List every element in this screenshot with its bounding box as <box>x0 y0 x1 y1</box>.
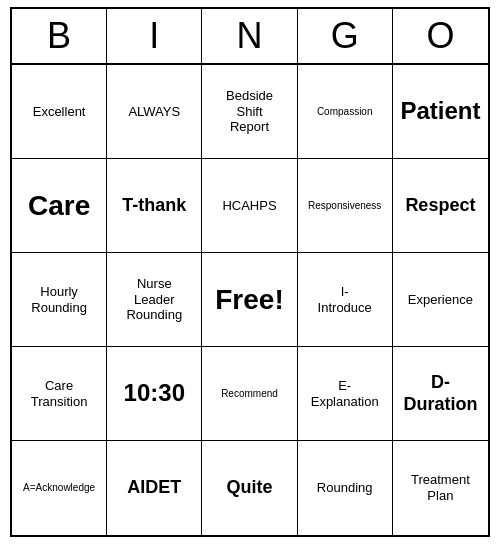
bingo-cell: Experience <box>393 253 488 347</box>
bingo-cell: Hourly Rounding <box>12 253 107 347</box>
cell-text: Care Transition <box>31 378 88 409</box>
bingo-cell: Treatment Plan <box>393 441 488 535</box>
header-letter: G <box>298 9 393 63</box>
bingo-cell: Excellent <box>12 65 107 159</box>
cell-text: ALWAYS <box>128 104 180 120</box>
bingo-cell: Free! <box>202 253 297 347</box>
header-letter: B <box>12 9 107 63</box>
bingo-header: BINGO <box>12 9 488 65</box>
bingo-cell: T-thank <box>107 159 202 253</box>
cell-text: Compassion <box>317 106 373 118</box>
cell-text: Patient <box>400 97 480 126</box>
bingo-cell: Bedside Shift Report <box>202 65 297 159</box>
bingo-cell: Compassion <box>298 65 393 159</box>
cell-text: Quite <box>226 477 272 499</box>
header-letter: I <box>107 9 202 63</box>
bingo-cell: Nurse Leader Rounding <box>107 253 202 347</box>
cell-text: Rounding <box>317 480 373 496</box>
bingo-cell: E- Explanation <box>298 347 393 441</box>
cell-text: Nurse Leader Rounding <box>126 276 182 323</box>
bingo-cell: A=Acknowledge <box>12 441 107 535</box>
cell-text: D- Duration <box>403 372 477 415</box>
bingo-cell: AIDET <box>107 441 202 535</box>
bingo-cell: Respect <box>393 159 488 253</box>
cell-text: E- Explanation <box>311 378 379 409</box>
bingo-grid: ExcellentALWAYSBedside Shift ReportCompa… <box>12 65 488 535</box>
cell-text: I- Introduce <box>318 284 372 315</box>
cell-text: Responsiveness <box>308 200 381 212</box>
bingo-cell: Patient <box>393 65 488 159</box>
bingo-cell: I- Introduce <box>298 253 393 347</box>
cell-text: Care <box>28 189 90 223</box>
header-letter: O <box>393 9 488 63</box>
cell-text: 10:30 <box>124 379 185 408</box>
cell-text: Hourly Rounding <box>31 284 87 315</box>
cell-text: Experience <box>408 292 473 308</box>
bingo-card: BINGO ExcellentALWAYSBedside Shift Repor… <box>10 7 490 537</box>
bingo-cell: HCAHPS <box>202 159 297 253</box>
header-letter: N <box>202 9 297 63</box>
cell-text: Recommend <box>221 388 278 400</box>
bingo-cell: 10:30 <box>107 347 202 441</box>
bingo-cell: Recommend <box>202 347 297 441</box>
cell-text: HCAHPS <box>222 198 276 214</box>
bingo-cell: Care Transition <box>12 347 107 441</box>
cell-text: Free! <box>215 283 283 317</box>
cell-text: A=Acknowledge <box>23 482 95 494</box>
cell-text: Excellent <box>33 104 86 120</box>
bingo-cell: Quite <box>202 441 297 535</box>
cell-text: Respect <box>405 195 475 217</box>
cell-text: AIDET <box>127 477 181 499</box>
cell-text: Bedside Shift Report <box>226 88 273 135</box>
cell-text: Treatment Plan <box>411 472 470 503</box>
bingo-cell: D- Duration <box>393 347 488 441</box>
bingo-cell: Care <box>12 159 107 253</box>
bingo-cell: ALWAYS <box>107 65 202 159</box>
bingo-cell: Responsiveness <box>298 159 393 253</box>
cell-text: T-thank <box>122 195 186 217</box>
bingo-cell: Rounding <box>298 441 393 535</box>
